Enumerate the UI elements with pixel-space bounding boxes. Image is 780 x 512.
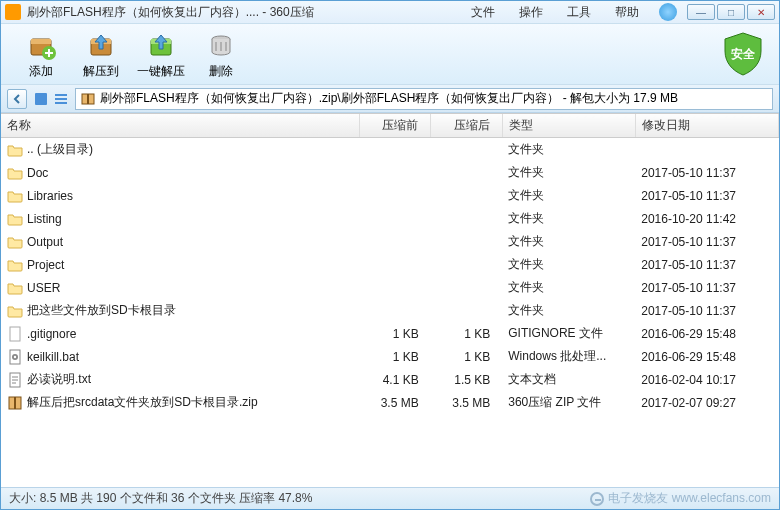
table-row[interactable]: Output文件夹2017-05-10 11:37	[1, 230, 779, 253]
file-type: Windows 批处理...	[502, 345, 635, 368]
svg-rect-15	[10, 327, 20, 341]
menubar: 文件 操作 工具 帮助	[471, 4, 639, 21]
size-before	[359, 253, 431, 276]
delete-button[interactable]: 删除	[191, 26, 251, 82]
size-before	[359, 276, 431, 299]
extract-to-button[interactable]: 解压到	[71, 26, 131, 82]
menu-file[interactable]: 文件	[471, 4, 495, 21]
file-name: .. (上级目录)	[27, 141, 93, 158]
table-row[interactable]: 解压后把srcdata文件夹放到SD卡根目录.zip3.5 MB3.5 MB36…	[1, 391, 779, 414]
table-row[interactable]: Libraries文件夹2017-05-10 11:37	[1, 184, 779, 207]
menu-operation[interactable]: 操作	[519, 4, 543, 21]
file-name: Output	[27, 235, 63, 249]
maximize-button[interactable]: □	[717, 4, 745, 20]
svg-rect-9	[35, 93, 47, 105]
size-before: 1 KB	[359, 345, 431, 368]
file-type: 文件夹	[502, 184, 635, 207]
size-after	[431, 184, 503, 207]
size-after	[431, 276, 503, 299]
back-button[interactable]	[7, 89, 27, 109]
size-after	[431, 161, 503, 184]
table-row[interactable]: keilkill.bat1 KB1 KBWindows 批处理...2016-0…	[1, 345, 779, 368]
size-after	[431, 138, 503, 162]
table-row[interactable]: .gitignore1 KB1 KBGITIGNORE 文件2016-06-29…	[1, 322, 779, 345]
file-date: 2016-10-20 11:42	[635, 207, 778, 230]
folder-icon	[7, 165, 23, 181]
one-click-extract-button[interactable]: 一键解压	[131, 26, 191, 82]
menu-tools[interactable]: 工具	[567, 4, 591, 21]
col-date[interactable]: 修改日期	[635, 114, 778, 138]
one-click-label: 一键解压	[137, 63, 185, 80]
col-before[interactable]: 压缩前	[359, 114, 431, 138]
svg-rect-10	[55, 94, 67, 96]
table-row[interactable]: Project文件夹2017-05-10 11:37	[1, 253, 779, 276]
minimize-button[interactable]: —	[687, 4, 715, 20]
size-before	[359, 230, 431, 253]
close-button[interactable]: ✕	[747, 4, 775, 20]
file-type: 文件夹	[502, 138, 635, 162]
file-name: 必读说明.txt	[27, 371, 91, 388]
col-type[interactable]: 类型	[502, 114, 635, 138]
file-date: 2017-05-10 11:37	[635, 161, 778, 184]
col-name[interactable]: 名称	[1, 114, 359, 138]
view-list-icon[interactable]	[53, 91, 69, 107]
app-icon	[5, 4, 21, 20]
watermark: 电子发烧友 www.elecfans.com	[590, 490, 771, 507]
file-date: 2016-02-04 10:17	[635, 368, 778, 391]
table-row[interactable]: .. (上级目录)文件夹	[1, 138, 779, 162]
window-controls: — □ ✕	[687, 4, 775, 20]
table-row[interactable]: USER文件夹2017-05-10 11:37	[1, 276, 779, 299]
size-after	[431, 207, 503, 230]
table-row[interactable]: 必读说明.txt4.1 KB1.5 KB文本文档2016-02-04 10:17	[1, 368, 779, 391]
navbar: 刷外部FLASH程序（如何恢复出厂内容）.zip\刷外部FLASH程序（如何恢复…	[1, 85, 779, 113]
file-name: keilkill.bat	[27, 350, 79, 364]
file-type: 文件夹	[502, 230, 635, 253]
zip-icon	[7, 395, 23, 411]
file-date: 2017-05-10 11:37	[635, 184, 778, 207]
svg-rect-12	[55, 102, 67, 104]
view-large-icon[interactable]	[33, 91, 49, 107]
one-click-icon	[145, 29, 177, 61]
size-before: 4.1 KB	[359, 368, 431, 391]
table-row[interactable]: Listing文件夹2016-10-20 11:42	[1, 207, 779, 230]
add-button[interactable]: 添加	[11, 26, 71, 82]
titlebar: 刷外部FLASH程序（如何恢复出厂内容）.... - 360压缩 文件 操作 工…	[1, 1, 779, 23]
col-after[interactable]: 压缩后	[431, 114, 503, 138]
table-row[interactable]: Doc文件夹2017-05-10 11:37	[1, 161, 779, 184]
add-icon	[25, 29, 57, 61]
file-name: Listing	[27, 212, 62, 226]
app-window: 刷外部FLASH程序（如何恢复出厂内容）.... - 360压缩 文件 操作 工…	[0, 0, 780, 510]
safety-badge: 安全	[719, 30, 767, 78]
svg-text:安全: 安全	[731, 47, 756, 61]
statusbar: 大小: 8.5 MB 共 190 个文件和 36 个文件夹 压缩率 47.8% …	[1, 487, 779, 509]
file-name: .gitignore	[27, 327, 76, 341]
folder-icon	[7, 234, 23, 250]
size-before	[359, 184, 431, 207]
size-before	[359, 207, 431, 230]
file-name: Doc	[27, 166, 48, 180]
file-date: 2017-05-10 11:37	[635, 230, 778, 253]
size-before	[359, 161, 431, 184]
table-row[interactable]: 把这些文件放到SD卡根目录文件夹2017-05-10 11:37	[1, 299, 779, 322]
folder-icon	[7, 211, 23, 227]
file-list-area: 名称 压缩前 压缩后 类型 修改日期 .. (上级目录)文件夹Doc文件夹201…	[1, 113, 779, 487]
file-type: 文件夹	[502, 299, 635, 322]
skin-icon[interactable]	[659, 3, 677, 21]
txt-icon	[7, 372, 23, 388]
svg-rect-1	[31, 39, 51, 44]
status-text: 大小: 8.5 MB 共 190 个文件和 36 个文件夹 压缩率 47.8%	[9, 490, 312, 507]
add-label: 添加	[29, 63, 53, 80]
view-buttons	[33, 91, 69, 107]
path-input[interactable]: 刷外部FLASH程序（如何恢复出厂内容）.zip\刷外部FLASH程序（如何恢复…	[75, 88, 773, 110]
folder-icon	[7, 142, 23, 158]
path-text: 刷外部FLASH程序（如何恢复出厂内容）.zip\刷外部FLASH程序（如何恢复…	[100, 90, 678, 107]
window-title: 刷外部FLASH程序（如何恢复出厂内容）.... - 360压缩	[27, 4, 314, 21]
size-after	[431, 299, 503, 322]
svg-point-18	[14, 355, 16, 357]
folder-icon	[7, 280, 23, 296]
menu-help[interactable]: 帮助	[615, 4, 639, 21]
delete-icon	[205, 29, 237, 61]
file-date: 2017-05-10 11:37	[635, 253, 778, 276]
elecfans-logo-icon	[590, 492, 604, 506]
svg-rect-21	[14, 397, 16, 409]
